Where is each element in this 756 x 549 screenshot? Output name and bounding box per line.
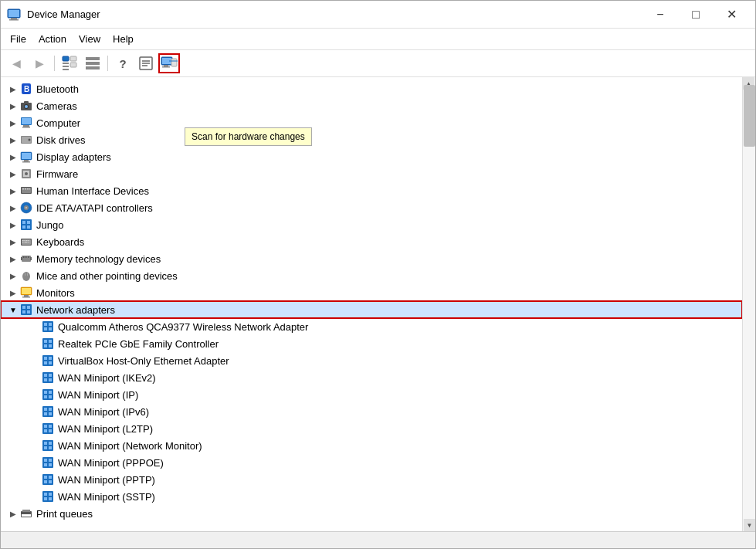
- close-button[interactable]: ✕: [714, 3, 749, 26]
- svg-rect-60: [25, 240, 26, 241]
- tree-item-wan-pptp[interactable]: WAN Miniport (PPTP): [1, 471, 742, 488]
- tree-item-wan-pppoe[interactable]: WAN Miniport (PPPOE): [1, 454, 742, 471]
- wan-l2tp-icon: [41, 422, 55, 435]
- svg-rect-131: [49, 476, 52, 479]
- monitors-icon: [19, 286, 33, 299]
- svg-rect-107: [44, 395, 47, 398]
- tree-item-keyboards[interactable]: ▶ Keyboards: [1, 233, 742, 250]
- svg-rect-135: [44, 493, 47, 496]
- properties-icon: [138, 56, 154, 71]
- svg-rect-48: [29, 188, 30, 190]
- tree-item-monitors[interactable]: ▶ Monitors: [1, 284, 742, 301]
- svg-rect-20: [162, 66, 170, 68]
- svg-rect-12: [86, 66, 100, 69]
- svg-rect-7: [63, 69, 69, 70]
- tree-label-cameras: Cameras: [36, 100, 77, 112]
- expand-keyboards[interactable]: ▶: [7, 236, 19, 248]
- tree-item-hid[interactable]: ▶ Human Interface Devices: [1, 182, 742, 199]
- svg-rect-11: [86, 62, 100, 65]
- tree-label-wan-netmon: WAN Miniport (Network Monitor): [58, 440, 202, 452]
- expand-networkadapters[interactable]: ▼: [7, 303, 19, 316]
- expand-ide[interactable]: ▶: [7, 202, 19, 214]
- svg-rect-46: [25, 188, 26, 190]
- tree-item-wan-l2tp[interactable]: WAN Miniport (L2TP): [1, 420, 742, 437]
- svg-rect-10: [86, 57, 100, 60]
- expand-firmware[interactable]: ▶: [7, 168, 19, 180]
- tree-item-mice[interactable]: ▶ Mice and other pointing devices: [1, 267, 742, 284]
- tree-item-cameras[interactable]: ▶ Cameras: [1, 97, 742, 114]
- help-icon: ?: [119, 57, 126, 70]
- tree-item-printqueues[interactable]: ▶ Print queues: [1, 505, 742, 522]
- cameras-icon: [19, 100, 33, 112]
- menu-file[interactable]: File: [4, 30, 32, 48]
- tree-item-realtek[interactable]: Realtek PCIe GbE Family Controller: [1, 335, 742, 352]
- expand-monitors[interactable]: ▶: [7, 286, 19, 299]
- svg-rect-19: [164, 65, 168, 66]
- back-button[interactable]: ◀: [5, 53, 27, 73]
- scroll-down-button[interactable]: ▼: [744, 519, 755, 531]
- expand-mice[interactable]: ▶: [7, 269, 19, 282]
- svg-rect-77: [24, 295, 29, 297]
- svg-rect-113: [49, 412, 52, 415]
- svg-rect-92: [44, 344, 47, 347]
- tree-item-bluetooth[interactable]: ▶ B Bluetooth: [1, 80, 742, 97]
- wan-sstp-icon: [41, 490, 55, 503]
- properties-button[interactable]: [135, 53, 157, 73]
- toolbar: ◀ ▶ ?: [1, 50, 755, 77]
- tree-item-virtualbox[interactable]: VirtualBox Host-Only Ethernet Adapter: [1, 352, 742, 369]
- tree-item-firmware[interactable]: ▶ Firmware: [1, 165, 742, 182]
- maximize-button[interactable]: □: [678, 3, 714, 26]
- svg-rect-125: [44, 459, 47, 462]
- menu-help[interactable]: Help: [107, 30, 140, 48]
- svg-rect-5: [63, 63, 69, 64]
- svg-rect-91: [49, 340, 52, 343]
- svg-rect-32: [22, 127, 30, 128]
- svg-rect-97: [44, 361, 47, 364]
- expand-displayadapters[interactable]: ▶: [7, 151, 19, 163]
- svg-rect-64: [25, 242, 28, 242]
- tree-item-wan-sstp[interactable]: WAN Miniport (SSTP): [1, 488, 742, 505]
- expand-memtech[interactable]: ▶: [7, 252, 19, 265]
- tree-panel[interactable]: ▶ B Bluetooth ▶ Cameras ▶ Comp: [1, 77, 742, 531]
- nodelist-button[interactable]: [82, 53, 103, 73]
- tree-item-wan-netmon[interactable]: WAN Miniport (Network Monitor): [1, 437, 742, 454]
- tree-item-wan-ip[interactable]: WAN Miniport (IP): [1, 386, 742, 403]
- tree-view-button[interactable]: [59, 53, 80, 73]
- scrollbar-thumb[interactable]: [744, 85, 755, 147]
- svg-point-27: [25, 105, 28, 108]
- tree-item-computer[interactable]: ▶ Computer: [1, 114, 742, 131]
- expand-cameras[interactable]: ▶: [7, 100, 19, 112]
- expand-computer[interactable]: ▶: [7, 117, 19, 129]
- expand-hid[interactable]: ▶: [7, 185, 19, 197]
- tree-item-wan-ikev2[interactable]: WAN Miniport (IKEv2): [1, 369, 742, 386]
- forward-button[interactable]: ▶: [29, 53, 50, 73]
- expand-diskdrives[interactable]: ▶: [7, 134, 19, 146]
- scrollbar[interactable]: ▲ ▼: [742, 77, 755, 531]
- tree-item-networkadapters[interactable]: ▼ Network adapters: [1, 301, 742, 318]
- expand-bluetooth[interactable]: ▶: [7, 83, 19, 95]
- scan-hardware-button[interactable]: [158, 53, 180, 73]
- tree-item-memtech[interactable]: ▶ Memory technology devices: [1, 250, 742, 267]
- tree-item-jungo[interactable]: ▶ Jungo: [1, 216, 742, 233]
- tree-item-displayadapters[interactable]: ▶ Display adapters: [1, 148, 742, 165]
- jungo-icon: [19, 219, 33, 231]
- svg-rect-9: [70, 63, 76, 67]
- svg-rect-53: [22, 221, 25, 224]
- help-button[interactable]: ?: [112, 53, 134, 73]
- tree-item-wan-ipv6[interactable]: WAN Miniport (IPv6): [1, 403, 742, 420]
- svg-rect-83: [27, 310, 30, 313]
- svg-text:B: B: [24, 85, 29, 93]
- expand-printqueues[interactable]: ▶: [7, 507, 19, 520]
- minimize-button[interactable]: −: [642, 3, 678, 26]
- tree-item-ide[interactable]: ▶ IDE ATA/ATAPI controllers: [1, 199, 742, 216]
- expand-jungo[interactable]: ▶: [7, 219, 19, 231]
- tree-item-diskdrives[interactable]: ▶ Disk drives: [1, 131, 742, 148]
- menu-action[interactable]: Action: [32, 30, 73, 48]
- svg-rect-39: [22, 161, 30, 163]
- wan-ipv6-icon: [41, 405, 55, 418]
- scan-hardware-icon: [161, 55, 178, 72]
- svg-rect-4: [63, 56, 69, 61]
- menu-view[interactable]: View: [73, 30, 107, 48]
- tree-item-qualcomm[interactable]: Qualcomm Atheros QCA9377 Wireless Networ…: [1, 318, 742, 335]
- svg-rect-80: [22, 306, 25, 309]
